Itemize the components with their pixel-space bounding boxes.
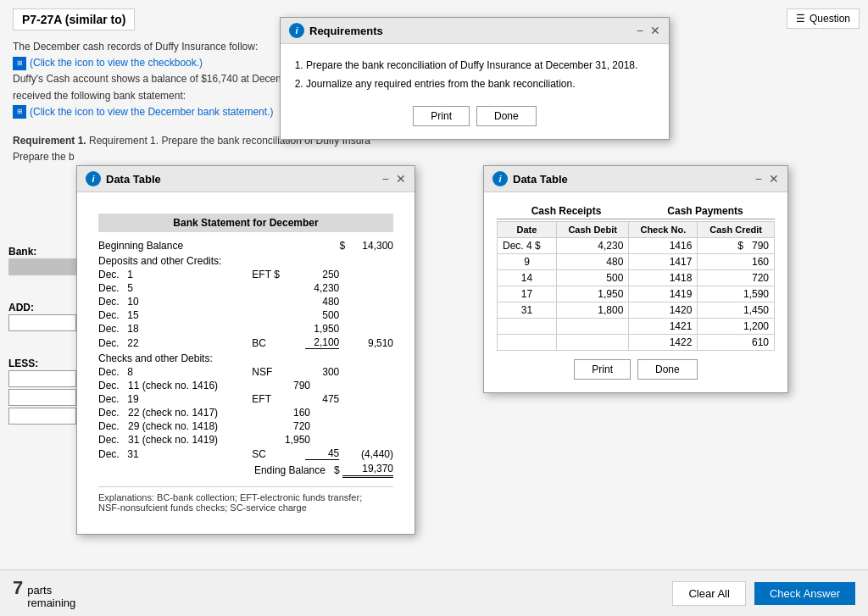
cash-date-1: 9 (498, 254, 557, 270)
explanations-line2: NSF-nonsufcient funds checks; SC-service… (98, 502, 393, 513)
cash-row-2: 14 500 1418 720 (498, 270, 775, 286)
cash-row-0: Dec. 4 $ 4,230 1416 $ 790 (498, 238, 775, 254)
requirements-done-button[interactable]: Done (476, 106, 537, 126)
cash-info-icon: i (492, 171, 508, 186)
parts-number: 7 (13, 577, 23, 599)
ending-balance-row: Ending Balance $ 19,370 (98, 461, 393, 480)
col-check-no-header: Check No. (629, 222, 698, 238)
cash-row-4: 31 1,800 1420 1,450 (498, 302, 775, 319)
cash-close-button[interactable]: ✕ (769, 173, 779, 185)
cash-dialog-buttons: Print Done (497, 359, 775, 380)
beginning-balance-label: Beginning Balance (98, 240, 183, 252)
less-input-2[interactable] (8, 389, 76, 406)
bank-input (8, 258, 76, 275)
cash-row-3: 17 1,950 1419 1,590 (498, 286, 775, 302)
cash-debit-0: 4,230 (556, 238, 628, 254)
prepare-b: Prepare the b (13, 149, 855, 165)
bottom-bar: 7 parts remaining Clear All Check Answer (0, 569, 868, 616)
cash-date-4: 31 (498, 302, 557, 319)
check-row-6: Dec.31SC 45 (4,440) (98, 447, 393, 461)
cash-dialog-title-area: i Data Table (492, 171, 568, 186)
cash-date-6 (498, 335, 557, 351)
bank-close-button[interactable]: ✕ (396, 173, 406, 185)
cash-debit-6 (556, 335, 628, 351)
payments-section-header: Cash Payments (636, 205, 775, 219)
check-row-3: Dec.22 (check no. 1417)160 (98, 406, 393, 419)
requirements-buttons: Print Done (293, 106, 656, 126)
explanations-line1: Explanations: BC-bank collection; EFT-el… (98, 492, 393, 502)
cash-print-button[interactable]: Print (574, 359, 631, 380)
requirements-close-button[interactable]: ✕ (650, 25, 660, 36)
deposit-row-3: Dec.15500 (98, 308, 393, 322)
less-input-3[interactable] (8, 408, 76, 425)
deposits-label: Deposits and other Credits: (98, 253, 393, 268)
ending-balance-value: 19,370 (342, 463, 393, 478)
requirements-dialog-header: i Requirements − ✕ (281, 18, 669, 44)
cash-section-headers: Cash Receipts Cash Payments (497, 205, 775, 219)
grid-icon2: ⊞ (13, 105, 26, 119)
checks-label: Checks and other Debits: (98, 350, 393, 365)
cash-row-6: 1422 610 (498, 335, 775, 351)
bank-dialog-body: Bank Statement for December Beginning Ba… (77, 192, 415, 534)
page-title: P7-27A (similar to) (13, 8, 135, 31)
cash-debit-4: 1,800 (556, 302, 628, 319)
deposit-row-0: Dec.1EFT $250 (98, 268, 393, 281)
question-button[interactable]: ☰ Question (787, 8, 860, 29)
check-no-5: 1421 (629, 319, 698, 335)
info-icon: i (289, 23, 304, 38)
check-no-4: 1420 (629, 302, 698, 319)
check-row-2: Dec.19EFT475 (98, 392, 393, 406)
cash-dialog-title: Data Table (513, 173, 568, 186)
cash-table: Date Cash Debit Check No. Cash Credit De… (497, 221, 775, 351)
requirement-item-1: Prepare the bank reconciliation of Duffy… (306, 57, 656, 75)
requirements-dialog-controls: − ✕ (637, 25, 660, 36)
bank-minimize-button[interactable]: − (382, 173, 389, 185)
check-no-3: 1419 (629, 286, 698, 302)
check-row-5: Dec.31 (check no. 1419)1,950 (98, 433, 393, 447)
cash-row-1: 9 480 1417 160 (498, 254, 775, 270)
beginning-balance-row: Beginning Balance $ 14,300 (98, 239, 393, 253)
grid-icon: ⊞ (13, 57, 26, 70)
check-no-2: 1418 (629, 270, 698, 286)
receipts-section-header: Cash Receipts (497, 205, 636, 219)
bank-dialog-header: i Data Table − ✕ (77, 166, 415, 192)
cash-credit-4: 1,450 (698, 302, 775, 319)
deposit-row-4: Dec.181,950 (98, 322, 393, 336)
parts-section: 7 parts remaining (13, 577, 75, 609)
cash-data-table-dialog: i Data Table − ✕ Cash Receipts Cash Paym… (483, 165, 788, 393)
cash-credit-0: $ 790 (698, 238, 775, 254)
bank-label: Bank: (8, 246, 76, 258)
bank-dialog-controls: − ✕ (382, 173, 406, 185)
less-input-1[interactable] (8, 370, 76, 387)
col-cash-credit-header: Cash Credit (698, 222, 775, 238)
cash-credit-5: 1,200 (698, 319, 775, 335)
check-row-0: Dec.8NSF300 (98, 365, 393, 379)
check-row-4: Dec.29 (check no. 1418)720 (98, 419, 393, 433)
col-cash-debit-header: Cash Debit (556, 222, 628, 238)
less-label: LESS: (8, 358, 76, 369)
requirements-minimize-button[interactable]: − (637, 25, 643, 36)
deposit-row-5: Dec.22BC 2,100 9,510 (98, 336, 393, 350)
cash-row-5: 1421 1,200 (498, 319, 775, 335)
cash-credit-3: 1,590 (698, 286, 775, 302)
clear-all-button[interactable]: Clear All (672, 581, 745, 606)
cash-done-button[interactable]: Done (637, 359, 698, 380)
cash-date-2: 14 (498, 270, 557, 286)
cash-dialog-header: i Data Table − ✕ (484, 166, 787, 192)
cash-credit-1: 160 (698, 254, 775, 270)
bottom-right: Clear All Check Answer (672, 581, 855, 606)
requirements-print-button[interactable]: Print (413, 106, 470, 126)
add-input-1[interactable] (8, 314, 76, 331)
check-answer-button[interactable]: Check Answer (754, 582, 855, 605)
beginning-balance-value: $ 14,300 (340, 240, 393, 252)
deposit-row-2: Dec.10480 (98, 295, 393, 308)
left-section: Bank: ADD: LESS: (8, 237, 76, 425)
cash-debit-5 (556, 319, 628, 335)
list-icon: ☰ (796, 13, 805, 25)
bank-data-table-dialog: i Data Table − ✕ Bank Statement for Dece… (76, 165, 415, 535)
cash-dialog-body: Cash Receipts Cash Payments Date Cash De… (484, 192, 787, 392)
bank-dialog-title: Data Table (106, 173, 161, 186)
cash-minimize-button[interactable]: − (755, 173, 762, 185)
col-date-header: Date (498, 222, 557, 238)
cash-credit-6: 610 (698, 335, 775, 351)
